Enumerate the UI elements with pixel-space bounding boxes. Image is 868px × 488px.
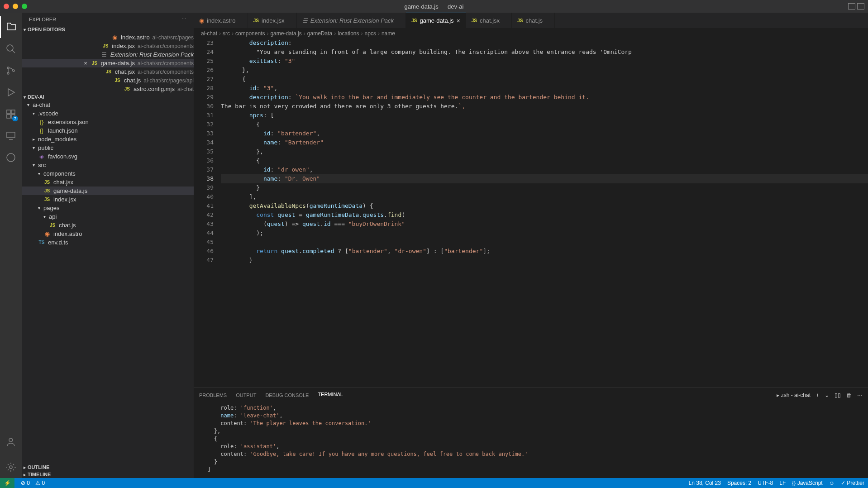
editor-tab[interactable]: ◉index.astro× [194,13,248,28]
bottom-panel: PROBLEMSOUTPUTDEBUG CONSOLETERMINAL ▸ zs… [194,388,868,478]
panel-tab-debug-console[interactable]: DEBUG CONSOLE [265,392,309,398]
breadcrumb-item[interactable]: game-data.js [270,30,301,37]
status-feedback-icon[interactable]: ☺ [829,480,835,486]
explorer-sidebar: EXPLORER ⋯ ▾OPEN EDITORS ×◉index.astroai… [22,13,194,478]
workspace-section[interactable]: ▾DEV-AI [22,93,194,100]
file-game-data-js[interactable]: JSgame-data.js [22,187,194,195]
terminal-dropdown-icon[interactable]: ⌄ [825,392,829,398]
sidebar-title: EXPLORER [29,17,56,22]
window-close-button[interactable] [4,4,9,9]
remote-activity-icon[interactable] [0,125,22,147]
status-cursor[interactable]: Ln 38, Col 23 [689,480,721,486]
breadcrumb-item[interactable]: components [235,30,265,37]
file-favicon-svg[interactable]: ◈favicon.svg [22,152,194,161]
svg-rect-10 [7,132,15,138]
extensions-badge: 7 [12,116,18,121]
breadcrumb-item[interactable]: locations [338,30,359,37]
source-control-activity-icon[interactable] [0,60,22,81]
terminal-shell-label[interactable]: ▸ zsh - ai-chat [777,392,811,398]
editor-tab[interactable]: JSindex.jsx× [248,13,297,28]
status-spaces[interactable]: Spaces: 2 [727,480,751,486]
open-editor-item[interactable]: ×JSchat.jsxai-chat/src/components [22,67,194,76]
explorer-activity-icon[interactable] [0,16,22,38]
outline-section[interactable]: ▸OUTLINE [22,464,194,471]
new-terminal-button[interactable]: + [816,392,819,398]
file-env-d-ts[interactable]: TSenv.d.ts [22,238,194,247]
breadcrumb-item[interactable]: src [223,30,230,37]
svg-rect-7 [11,110,15,114]
folder-components[interactable]: ▾components [22,169,194,178]
panel-tab-terminal[interactable]: TERMINAL [318,392,343,399]
kill-terminal-icon[interactable]: 🗑 [846,392,852,398]
file-index-jsx[interactable]: JSindex.jsx [22,195,194,204]
editor-area: ◉index.astro×JSindex.jsx×☰Extension: Rus… [194,13,868,478]
breadcrumb-item[interactable]: npcs [365,30,376,37]
debug-activity-icon[interactable] [0,81,22,103]
status-prettier[interactable]: ✓ Prettier [841,480,864,486]
open-editor-item[interactable]: ×JSastro.config.mjsai-chat [22,85,194,93]
file-index-astro[interactable]: ◉index.astro [22,230,194,238]
titlebar: game-data.js — dev-ai [0,0,868,13]
editor-tab[interactable]: JSchat.js× [512,13,555,28]
timeline-section[interactable]: ▸TIMELINE [22,471,194,478]
breadcrumbs[interactable]: ai-chat›src›components›game-data.js›game… [194,29,868,38]
account-activity-icon[interactable] [0,431,22,453]
breadcrumb-item[interactable]: name [382,30,395,37]
edge-activity-icon[interactable] [0,147,22,168]
editor-tab[interactable]: ☰Extension: Rust Extension Pack× [297,13,406,28]
open-editor-item[interactable]: ×◉index.astroai-chat/src/pages [22,33,194,42]
terminal-output[interactable]: role: 'function', name: 'leave-chat', co… [194,402,868,478]
editor-tab[interactable]: JSchat.jsx× [466,13,512,28]
open-editor-item[interactable]: ×JSgame-data.jsai-chat/src/components [22,59,194,67]
panel-tab-output[interactable]: OUTPUT [236,392,256,398]
settings-activity-icon[interactable] [0,456,22,478]
status-language[interactable]: {} JavaScript [792,480,822,486]
status-eol[interactable]: LF [779,480,786,486]
svg-rect-8 [7,115,10,118]
breadcrumb-item[interactable]: ai-chat [201,30,217,37]
file-extensions-json[interactable]: {}extensions.json [22,118,194,126]
folder-public[interactable]: ▾public [22,144,194,152]
code-editor[interactable]: 2324252627282930313233343536373839404142… [194,38,868,388]
activity-bar: 7 [0,13,22,478]
file-chat-jsx[interactable]: JSchat.jsx [22,178,194,187]
panel-more-icon[interactable]: ⋯ [857,392,863,398]
extensions-activity-icon[interactable]: 7 [0,103,22,125]
window-maximize-button[interactable] [22,4,27,9]
folder-src[interactable]: ▾src [22,161,194,169]
status-encoding[interactable]: UTF-8 [758,480,773,486]
panel-tab-problems[interactable]: PROBLEMS [199,392,227,398]
file-launch-json[interactable]: {}launch.json [22,126,194,135]
folder-api[interactable]: ▾api [22,212,194,221]
file-chat-js[interactable]: JSchat.js [22,221,194,230]
breadcrumb-item[interactable]: gameData [307,30,332,37]
svg-point-14 [10,466,12,469]
svg-point-13 [9,438,13,442]
status-warnings[interactable]: ⚠ 0 [35,480,45,486]
statusbar: ⚡ ⊘ 0 ⚠ 0 Ln 38, Col 23 Spaces: 2 UTF-8 … [0,478,868,488]
svg-line-1 [12,50,15,53]
svg-point-0 [7,45,13,51]
folder-pages[interactable]: ▾pages [22,204,194,212]
svg-point-2 [7,67,9,69]
svg-point-3 [7,72,9,74]
svg-rect-6 [7,110,10,114]
layout-controls[interactable] [848,3,864,10]
open-editor-item[interactable]: ×JSchat.jsai-chat/src/pages/api [22,76,194,85]
folder-node-modules[interactable]: ▸node_modules [22,135,194,144]
editor-tab[interactable]: JSgame-data.js× [406,13,466,28]
folder-ai-chat[interactable]: ▾ai-chat [22,100,194,109]
search-activity-icon[interactable] [0,38,22,60]
status-errors[interactable]: ⊘ 0 [21,480,30,486]
editor-tabs: ◉index.astro×JSindex.jsx×☰Extension: Rus… [194,13,868,29]
folder-vscode[interactable]: ▾.vscode [22,109,194,118]
split-terminal-icon[interactable]: ▯▯ [835,392,841,398]
svg-point-12 [7,153,15,162]
remote-button[interactable]: ⚡ [0,478,14,488]
window-minimize-button[interactable] [13,4,18,9]
open-editor-item[interactable]: ×JSindex.jsxai-chat/src/components [22,42,194,50]
svg-marker-5 [8,89,14,96]
open-editors-section[interactable]: ▾OPEN EDITORS [22,26,194,33]
open-editor-item[interactable]: ×☰Extension: Rust Extension Pack [22,50,194,59]
sidebar-more-icon[interactable]: ⋯ [181,16,186,22]
